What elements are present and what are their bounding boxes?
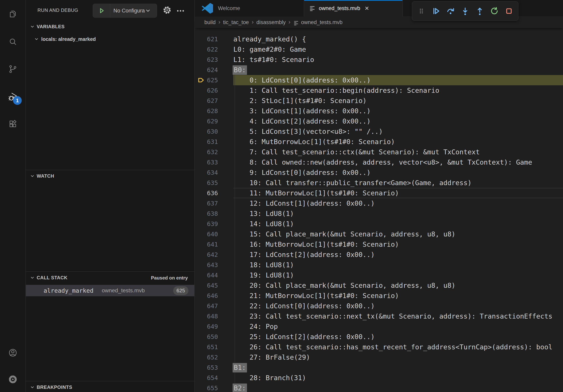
- call-stack-section-header[interactable]: CALL STACK Paused on entry: [26, 271, 194, 284]
- code-line[interactable]: 624B0:: [195, 65, 563, 75]
- line-number[interactable]: 639: [195, 219, 233, 229]
- code-text[interactable]: 14: LdU8(1): [233, 219, 563, 229]
- search-icon[interactable]: [0, 32, 26, 51]
- code-line[interactable]: 652 27: BrFalse(29): [195, 352, 563, 362]
- code-text[interactable]: 17: LdConst[2](address: 0x00..): [233, 249, 563, 260]
- code-text[interactable]: 25: LdConst[2](address: 0x00..): [233, 332, 563, 342]
- code-text[interactable]: 5: LdConst[3](vector<u8>: "" /..): [233, 126, 563, 137]
- code-text[interactable]: 26: Call test_scenario::has_most_recent_…: [233, 342, 563, 352]
- code-line[interactable]: 641 16: MutBorrowLoc[1](ts#1#0: Scenario…: [195, 239, 563, 249]
- line-number[interactable]: 625: [195, 75, 233, 85]
- code-text[interactable]: 4: LdConst[2](address: 0x00..): [233, 116, 563, 126]
- code-line[interactable]: 647 22: LdConst[0](address: 0x00..): [195, 301, 563, 311]
- line-number[interactable]: 640: [195, 229, 233, 239]
- continue-icon[interactable]: [431, 6, 441, 16]
- stop-icon[interactable]: [504, 6, 514, 16]
- code-text[interactable]: 18: LdU8(1): [233, 260, 563, 270]
- watch-section-header[interactable]: WATCH: [26, 170, 194, 182]
- debug-config-picker[interactable]: No Configura: [93, 4, 157, 18]
- code-text[interactable]: B1:: [233, 362, 563, 373]
- line-number[interactable]: 650: [195, 332, 233, 342]
- code-line[interactable]: 626 1: Call test_scenario::begin(address…: [195, 85, 563, 95]
- code-line[interactable]: 649 24: Pop: [195, 321, 563, 332]
- line-number[interactable]: 630: [195, 126, 233, 137]
- line-number[interactable]: 631: [195, 137, 233, 147]
- code-text[interactable]: 19: LdU8(1): [233, 270, 563, 280]
- line-number[interactable]: 629: [195, 116, 233, 126]
- code-text[interactable]: 2: StLoc[1](ts#1#0: Scenario): [233, 95, 563, 106]
- code-text[interactable]: 22: LdConst[0](address: 0x00..): [233, 301, 563, 311]
- step-into-icon[interactable]: [460, 6, 471, 16]
- code-text[interactable]: 6: MutBorrowLoc[1](ts#1#0: Scenario): [233, 137, 563, 147]
- line-number[interactable]: 646: [195, 290, 233, 301]
- code-text[interactable]: L0: game#2#0: Game: [233, 44, 563, 54]
- tab-owned-tests[interactable]: owned_tests.mvb ✕: [304, 0, 403, 17]
- close-icon[interactable]: ✕: [365, 5, 369, 12]
- code-line[interactable]: 634 9: LdConst[0](address: 0x00..): [195, 167, 563, 178]
- code-text[interactable]: 13: LdU8(1): [233, 209, 563, 219]
- ellipsis-icon[interactable]: [176, 7, 185, 16]
- variables-section-header[interactable]: VARIABLES: [26, 21, 194, 33]
- code-line[interactable]: 630 5: LdConst[3](vector<u8>: "" /..): [195, 126, 563, 137]
- code-text[interactable]: 3: LdConst[1](address: 0x00..): [233, 106, 563, 116]
- run-and-debug-icon[interactable]: [0, 87, 26, 106]
- line-number[interactable]: 627: [195, 95, 233, 106]
- code-text[interactable]: 10: Call transfer::public_transfer<Game>…: [233, 178, 563, 188]
- code-line[interactable]: 622L0: game#2#0: Game: [195, 44, 563, 54]
- line-number[interactable]: 624: [195, 65, 233, 75]
- breadcrumb-item[interactable]: tic_tac_toe: [223, 19, 249, 26]
- line-number[interactable]: 637: [195, 198, 233, 209]
- code-line[interactable]: 655B2:: [195, 383, 563, 392]
- stack-frame-row[interactable]: already_marked owned_tests.mvb 625: [26, 285, 194, 296]
- line-number[interactable]: 649: [195, 321, 233, 332]
- tab-welcome[interactable]: Welcome: [195, 0, 304, 17]
- step-out-icon[interactable]: [474, 6, 485, 16]
- code-line[interactable]: 629 4: LdConst[2](address: 0x00..): [195, 116, 563, 126]
- code-text[interactable]: L1: ts#1#0: Scenario: [233, 54, 563, 65]
- code-line[interactable]: 636 11: MutBorrowLoc[1](ts#1#0: Scenario…: [195, 188, 563, 198]
- code-line[interactable]: 653B1:: [195, 362, 563, 373]
- code-line[interactable]: 633 8: Call owned::new(address, address,…: [195, 157, 563, 167]
- line-number[interactable]: 622: [195, 44, 233, 54]
- code-line[interactable]: 646 21: MutBorrowLoc[1](ts#1#0: Scenario…: [195, 290, 563, 301]
- line-number[interactable]: 632: [195, 147, 233, 157]
- code-line[interactable]: 643 18: LdU8(1): [195, 260, 563, 270]
- code-line[interactable]: 648 23: Call test_scenario::next_tx(&mut…: [195, 311, 563, 321]
- code-text[interactable]: 1: Call test_scenario::begin(address): S…: [233, 85, 563, 95]
- line-number[interactable]: 653: [195, 362, 233, 373]
- settings-gear-icon[interactable]: [0, 370, 26, 389]
- code-line[interactable]: 635 10: Call transfer::public_transfer<G…: [195, 178, 563, 188]
- debug-config-label[interactable]: No Configura: [110, 8, 145, 14]
- code-text[interactable]: 12: LdConst[1](address: 0x00..): [233, 198, 563, 209]
- code-line[interactable]: 640 15: Call place_mark(&mut Scenario, a…: [195, 229, 563, 239]
- line-number[interactable]: 638: [195, 209, 233, 219]
- line-number[interactable]: 642: [195, 249, 233, 260]
- code-text[interactable]: 0: LdConst[0](address: 0x00..): [233, 75, 563, 85]
- code-text[interactable]: 20: Call place_mark(&mut Scenario, addre…: [233, 280, 563, 290]
- code-text[interactable]: 16: MutBorrowLoc[1](ts#1#0: Scenario): [233, 239, 563, 249]
- line-number[interactable]: 643: [195, 260, 233, 270]
- code-line[interactable]: 627 2: StLoc[1](ts#1#0: Scenario): [195, 95, 563, 106]
- line-number[interactable]: 645: [195, 280, 233, 290]
- extensions-icon[interactable]: [0, 115, 26, 133]
- restart-icon[interactable]: [489, 6, 500, 16]
- code-line[interactable]: 623L1: ts#1#0: Scenario: [195, 54, 563, 65]
- code-text[interactable]: 28: Branch(31): [233, 373, 563, 383]
- code-line[interactable]: 650 25: LdConst[2](address: 0x00..): [195, 332, 563, 342]
- code-line[interactable]: 621already_marked() {: [195, 34, 563, 44]
- breakpoints-section-header[interactable]: BREAKPOINTS: [26, 381, 194, 392]
- line-number[interactable]: 655: [195, 383, 233, 392]
- code-line[interactable]: 642 17: LdConst[2](address: 0x00..): [195, 249, 563, 260]
- code-line[interactable]: 631 6: MutBorrowLoc[1](ts#1#0: Scenario): [195, 137, 563, 147]
- line-number[interactable]: 635: [195, 178, 233, 188]
- code-text[interactable]: 9: LdConst[0](address: 0x00..): [233, 167, 563, 178]
- breadcrumb-item[interactable]: disassembly: [256, 19, 286, 26]
- account-icon[interactable]: [0, 343, 26, 362]
- code-text[interactable]: 11: MutBorrowLoc[1](ts#1#0: Scenario): [233, 188, 563, 198]
- line-number[interactable]: 621: [195, 34, 233, 44]
- explorer-icon[interactable]: [0, 4, 26, 23]
- breadcrumb-item[interactable]: build: [204, 19, 216, 26]
- source-control-icon[interactable]: [0, 60, 26, 78]
- line-number[interactable]: 641: [195, 239, 233, 249]
- code-text[interactable]: 21: MutBorrowLoc[1](ts#1#0: Scenario): [233, 290, 563, 301]
